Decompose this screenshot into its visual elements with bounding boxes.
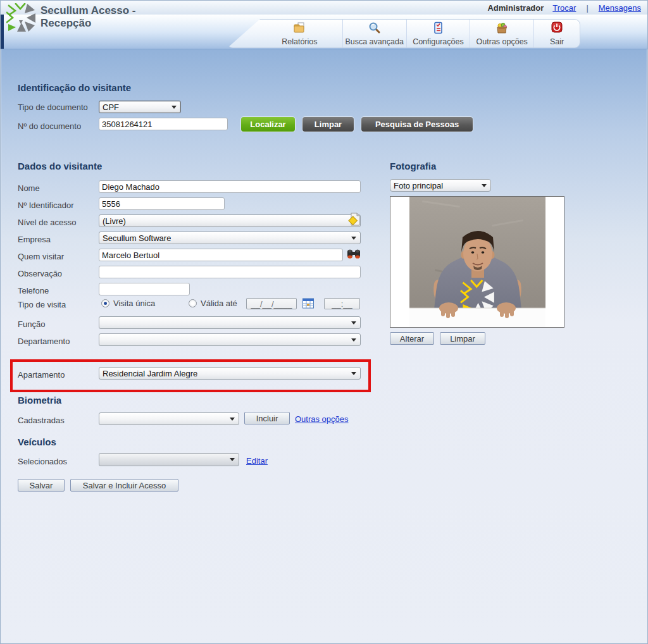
single-visit-radio[interactable] — [101, 299, 109, 307]
doc-type-label: Tipo de documento — [18, 102, 88, 112]
chevron-down-icon — [171, 106, 177, 111]
company-label: Empresa — [18, 235, 51, 244]
edit-vehicles-link[interactable]: Editar — [246, 456, 268, 466]
reports-icon — [293, 22, 306, 36]
apartment-value: Residencial Jardim Alegre — [103, 369, 197, 378]
advanced-search-label: Busca avançada — [345, 37, 403, 46]
people-search-button[interactable]: Pesquisa de Pessoas — [361, 117, 473, 132]
app-title: Secullum Acesso - Recepção — [40, 4, 136, 30]
clear-photo-button[interactable]: Limpar — [440, 332, 485, 345]
app-window: Administrador Trocar | Mensagens Secullu — [0, 0, 648, 644]
registered-biometrics-select[interactable] — [99, 412, 239, 425]
visit-type-label: Tipo de visita — [18, 300, 66, 309]
vehicles-heading: Veículos — [18, 437, 56, 447]
settings-button[interactable]: Configurações — [406, 20, 470, 47]
phone-label: Telefone — [18, 286, 49, 295]
access-level-label: Nível de acesso — [18, 218, 77, 227]
chevron-down-icon — [230, 418, 235, 423]
name-label: Nome — [18, 183, 40, 193]
save-button[interactable]: Salvar — [18, 479, 65, 492]
change-user-link[interactable]: Trocar — [552, 3, 576, 13]
chevron-down-icon — [351, 321, 356, 327]
access-level-permissions-icon[interactable] — [347, 213, 361, 229]
photo-select[interactable]: Foto principal — [390, 179, 491, 192]
reports-label: Relatórios — [282, 37, 317, 46]
chevron-down-icon — [351, 372, 356, 378]
photo-heading: Fotografia — [390, 161, 436, 171]
logged-user-label: Administrador — [487, 3, 544, 13]
chevron-down-icon — [230, 458, 235, 464]
app-title-line2: Recepção — [40, 17, 136, 30]
binoculars-icon[interactable] — [347, 249, 361, 263]
settings-icon — [432, 22, 444, 36]
identification-heading: Identificação do visitante — [18, 82, 131, 93]
access-level-value: (Livre) — [103, 216, 126, 226]
role-select[interactable] — [99, 316, 361, 329]
who-to-visit-input[interactable] — [99, 249, 343, 261]
single-visit-label: Visita única — [113, 299, 155, 308]
selected-vehicles-label: Selecionados — [18, 457, 67, 466]
who-to-visit-label: Quem visitar — [18, 252, 64, 261]
change-photo-button[interactable]: Alterar — [390, 332, 434, 345]
doc-number-input[interactable] — [99, 118, 228, 130]
department-label: Departamento — [18, 337, 70, 346]
visitor-photo — [390, 196, 564, 328]
main-toolbar: Relatórios Busca avançada C — [227, 19, 580, 48]
apartment-select[interactable]: Residencial Jardim Alegre — [99, 367, 361, 380]
other-options-icon — [495, 22, 508, 36]
calendar-icon[interactable] — [302, 298, 314, 311]
company-value: Secullum Software — [103, 233, 171, 243]
observation-input[interactable] — [99, 266, 361, 278]
registered-label: Cadastradas — [18, 416, 65, 425]
exit-button[interactable]: Sair — [533, 20, 580, 47]
app-title-line1: Secullum Acesso - — [40, 4, 136, 17]
advanced-search-button[interactable]: Busca avançada — [342, 20, 406, 47]
advanced-search-icon — [368, 22, 381, 36]
content-area — [1, 49, 647, 643]
selected-vehicles-select[interactable] — [99, 453, 239, 466]
doc-number-label: Nº do documento — [18, 121, 81, 131]
save-and-include-access-button[interactable]: Salvar e Incluir Acesso — [70, 479, 178, 492]
valid-until-radio[interactable] — [189, 299, 197, 307]
messages-link[interactable]: Mensagens — [599, 3, 641, 13]
photo-select-value: Foto principal — [394, 181, 443, 190]
valid-until-time-input[interactable]: __:__ — [324, 298, 360, 309]
apartment-label: Apartamento — [18, 370, 65, 380]
doc-type-select[interactable]: CPF — [99, 101, 181, 113]
visitor-photo-image — [409, 197, 545, 327]
chevron-down-icon — [482, 184, 487, 190]
settings-label: Configurações — [413, 37, 464, 46]
topbar-separator: | — [586, 3, 588, 13]
clear-button[interactable]: Limpar — [302, 117, 354, 132]
chevron-down-icon — [351, 338, 356, 344]
observation-label: Observação — [18, 269, 62, 278]
phone-input[interactable] — [99, 283, 190, 295]
visitor-data-heading: Dados do visitante — [18, 161, 102, 171]
other-options-button[interactable]: Outras opções — [470, 20, 533, 47]
company-select[interactable]: Secullum Software — [99, 232, 361, 244]
doc-type-value: CPF — [103, 102, 119, 112]
locate-button[interactable]: Localizar — [241, 117, 295, 132]
biometrics-heading: Biometria — [18, 395, 61, 406]
role-label: Função — [18, 319, 45, 329]
header-left-edge — [1, 15, 4, 49]
include-biometry-button[interactable]: Incluir — [244, 412, 290, 424]
access-level-select[interactable]: (Livre) — [99, 214, 361, 227]
identifier-input[interactable] — [99, 197, 225, 210]
exit-label: Sair — [550, 37, 564, 46]
name-input[interactable] — [99, 180, 361, 193]
valid-until-date-input[interactable]: __/__/____ — [246, 298, 297, 309]
department-select[interactable] — [99, 333, 361, 346]
chevron-down-icon — [351, 237, 356, 242]
biometry-other-options-link[interactable]: Outras opções — [295, 414, 349, 424]
identifier-label: Nº Identificador — [18, 201, 74, 210]
secullum-logo-icon — [6, 3, 37, 35]
valid-until-label: Válida até — [201, 299, 237, 308]
other-options-label: Outras opções — [477, 37, 528, 46]
exit-power-icon — [551, 22, 563, 36]
